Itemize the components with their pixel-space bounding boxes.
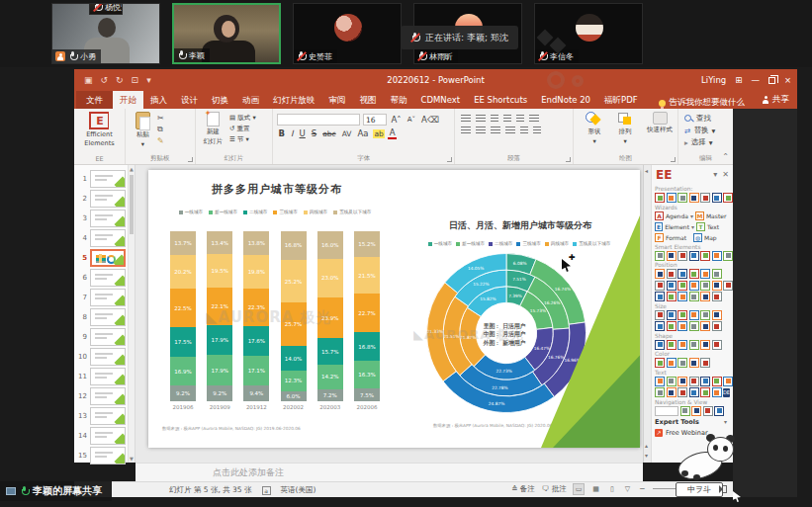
ee-pane-dropdown-icon[interactable]: ▾ xyxy=(713,170,717,179)
stacked-bar-chart[interactable]: 9.2%16.9%17.5%22.5%20.2%13.7%9.2%17.9%17… xyxy=(170,231,380,401)
language-indicator[interactable]: 英语(美国) xyxy=(281,485,316,495)
ee-tool-icon[interactable] xyxy=(655,310,665,320)
font-size-combobox[interactable] xyxy=(363,114,387,126)
tab-插入[interactable]: 插入 xyxy=(143,91,174,109)
ee-tool-icon[interactable] xyxy=(655,340,665,350)
slide-thumb-row[interactable]: 9 xyxy=(74,327,126,347)
ee-tool-icon[interactable] xyxy=(689,251,699,261)
font-name-combobox[interactable] xyxy=(277,114,360,126)
notes-toggle[interactable]: ≙ 备注 xyxy=(511,484,535,494)
layout-button[interactable]: ▤ 版式 ▾ xyxy=(229,114,256,123)
slide-thumb-row[interactable]: 1 xyxy=(74,169,126,189)
account-name[interactable]: LiYing xyxy=(701,75,726,85)
replace-dropdown-arrow[interactable]: ▾ xyxy=(711,127,715,135)
share-button[interactable]: 共享 xyxy=(762,94,789,106)
arrange-dropdown-arrow[interactable]: ▾ xyxy=(623,137,626,145)
notes-placeholder[interactable]: 点击此处添加备注 xyxy=(213,466,284,479)
ee-tool-icon[interactable] xyxy=(703,406,713,416)
pane-arrow-icon[interactable]: ▾ xyxy=(645,452,648,459)
paste-dropdown-arrow[interactable]: ▾ xyxy=(141,140,144,148)
ee-tool-icon[interactable] xyxy=(689,387,699,397)
ee-tool-icon[interactable] xyxy=(667,193,677,203)
slide-thumb-row[interactable]: 3 xyxy=(74,209,126,228)
slide-thumbnail-2[interactable] xyxy=(90,190,126,208)
tab-EE Shortcuts[interactable]: EE Shortcuts xyxy=(467,91,534,109)
font-effect-av[interactable]: AV xyxy=(340,129,353,138)
ee-tool-icon[interactable] xyxy=(655,193,665,203)
ee-tool-icon[interactable] xyxy=(712,321,722,331)
ee-tool-icon[interactable] xyxy=(712,281,722,291)
ee-tool-icon[interactable] xyxy=(667,377,677,386)
indent-increase-icon[interactable] xyxy=(503,115,511,124)
scrollbar-thumb[interactable] xyxy=(130,175,134,234)
font-effect-ab[interactable]: ab xyxy=(373,129,385,138)
ee-pane-close-icon[interactable]: ✕ xyxy=(722,170,729,179)
cut-icon[interactable]: ✂ xyxy=(157,114,164,123)
ee-tool-icon[interactable] xyxy=(677,358,687,368)
tab-视图[interactable]: 视图 xyxy=(353,91,384,109)
ee-tool-icon[interactable] xyxy=(689,281,699,291)
ee-tool-icon[interactable] xyxy=(655,292,665,301)
slide-thumb-row[interactable]: 5 xyxy=(74,248,126,268)
ee-tool-icon[interactable] xyxy=(677,281,687,291)
slide-thumbnail-7[interactable] xyxy=(90,289,126,306)
donut-chart[interactable]: 7.39%15.73%16.47%22.73%21.87%15.82%7.51%… xyxy=(424,251,588,415)
wizard-format[interactable]: FFormat xyxy=(655,233,691,242)
ppt-titlebar[interactable]: ▣ ↺ ↻ ⊡ ▾ 20220612 - PowerPoint LiYing ⊞… xyxy=(74,69,797,91)
slide-thumb-row[interactable]: 11 xyxy=(74,367,126,386)
ee-tool-icon[interactable] xyxy=(723,251,733,261)
ee-tool-icon[interactable] xyxy=(700,310,710,320)
tab-福昕PDF[interactable]: 福昕PDF xyxy=(597,91,645,109)
ee-tool-icon[interactable] xyxy=(655,251,665,261)
copy-icon[interactable]: ⧉ xyxy=(157,125,164,134)
slide-thumb-row[interactable]: 7 xyxy=(74,288,126,307)
ee-tool-icon[interactable] xyxy=(689,340,699,350)
slide-thumb-row[interactable]: 4 xyxy=(74,228,126,248)
font-effect-b[interactable]: B xyxy=(277,128,286,138)
slide-thumb-row[interactable]: 6 xyxy=(74,268,126,288)
ee-pane-collapse-strip[interactable]: ◂ ▴ ▾ xyxy=(644,165,652,463)
tab-开始[interactable]: 开始 xyxy=(113,91,143,109)
ee-tool-icon[interactable] xyxy=(680,406,690,416)
align-center-icon[interactable] xyxy=(476,127,486,135)
slide-thumbnail-13[interactable] xyxy=(90,407,126,425)
participant-tile[interactable]: 李信冬 xyxy=(534,3,643,64)
line-spacing-icon[interactable] xyxy=(516,115,524,124)
zoom-out-button[interactable]: − xyxy=(639,484,645,493)
slide-thumb-row[interactable]: 13 xyxy=(74,406,126,426)
slide-thumb-row[interactable]: 15 xyxy=(74,446,126,465)
ee-tool-icon[interactable] xyxy=(700,281,710,291)
ee-tool-icon[interactable] xyxy=(691,406,701,416)
ee-tool-icon[interactable] xyxy=(677,310,687,320)
ee-tool-icon[interactable] xyxy=(712,193,722,203)
slide-thumb-row[interactable]: 2 xyxy=(74,189,126,209)
ee-tool-icon[interactable] xyxy=(655,358,665,368)
ee-tool-icon[interactable] xyxy=(700,193,710,203)
ee-tool-icon[interactable] xyxy=(723,377,733,386)
slide-thumbnail-9[interactable] xyxy=(90,328,126,346)
dropdown-arrow-icon[interactable]: ▾ xyxy=(690,212,693,219)
ee-tool-icon[interactable] xyxy=(700,251,710,261)
tab-幻灯片放映[interactable]: 幻灯片放映 xyxy=(266,91,322,109)
expert-tools-row[interactable]: Expert Tools ▾ xyxy=(655,418,730,426)
tell-me-box[interactable]: 告诉我你想要做什么 xyxy=(659,97,746,109)
ee-tool-icon[interactable] xyxy=(667,269,677,279)
ee-tool-icon[interactable] xyxy=(677,251,687,261)
ee-tool-icon[interactable] xyxy=(677,292,687,301)
reading-view-button[interactable]: ▯ xyxy=(608,484,616,494)
tab-EndNote 20[interactable]: EndNote 20 xyxy=(534,91,597,109)
ee-tool-icon[interactable] xyxy=(655,387,665,397)
tab-动画[interactable]: 动画 xyxy=(235,91,266,109)
ee-tool-icon[interactable] xyxy=(689,310,699,320)
text-direction-icon[interactable] xyxy=(529,115,539,124)
ee-tool-icon[interactable] xyxy=(655,321,665,331)
slide-thumbnail-14[interactable] xyxy=(90,427,126,445)
ribbon-display-options-icon[interactable]: ⊞ xyxy=(735,75,742,85)
tab-CDMNext[interactable]: CDMNext xyxy=(414,91,468,109)
ee-tool-icon[interactable] xyxy=(700,387,710,397)
screen-share-badge[interactable]: 李颖的屏幕共享 xyxy=(0,481,112,501)
ee-tool-icon[interactable] xyxy=(667,292,677,301)
wizard-map[interactable]: ◍Map xyxy=(693,233,730,242)
ee-tool-icon[interactable] xyxy=(667,340,677,350)
comments-toggle[interactable]: 🗨 批注 xyxy=(542,484,567,494)
